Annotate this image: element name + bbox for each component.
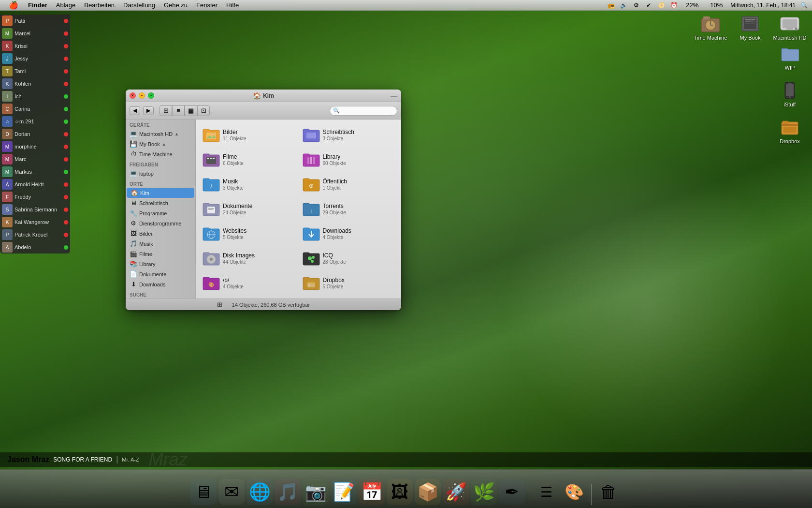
buddy-item[interactable]: K Kohlen: [0, 77, 70, 90]
scroll-arrow[interactable]: ▲: [162, 142, 166, 147]
menu-finder[interactable]: Finder: [24, 1, 51, 9]
folder-item-slash-b[interactable]: 🎨 /b/ 4 Objekte: [200, 272, 298, 295]
search-input[interactable]: [341, 108, 394, 114]
folder-item-websites[interactable]: Websites 5 Objekte: [200, 223, 298, 245]
sidebar-item-musik[interactable]: 🎵 Musik: [126, 239, 195, 249]
dock-item-wordpress[interactable]: 📝: [331, 479, 357, 505]
statusbar-grid-icon[interactable]: ⊞: [217, 301, 222, 308]
buddy-item[interactable]: F Freddy: [0, 191, 70, 203]
sidebar-item-laptop[interactable]: 💻 laptop: [126, 168, 195, 179]
folder-item-icq[interactable]: ICQ 28 Objekte: [300, 247, 398, 270]
buddy-item[interactable]: T Tami: [0, 65, 70, 77]
desktop-icon-wip[interactable]: WIP: [772, 44, 807, 71]
sidebar-item-macintosh-hd[interactable]: 💻 Macintosh HD ▲: [126, 129, 195, 139]
dock-item-rocket[interactable]: 🚀: [443, 479, 469, 505]
buddy-item[interactable]: A Arnold Heidt: [0, 178, 70, 191]
dock-item-box[interactable]: 📦: [415, 479, 441, 505]
folder-item-schreibtisch[interactable]: Schreibtisch 3 Objekte: [300, 123, 398, 146]
window-collapse-btn[interactable]: —: [391, 92, 397, 100]
buddy-item[interactable]: K Krissi: [0, 40, 70, 52]
sidebar-label-musik: Musik: [139, 241, 153, 247]
desktop-icon-istuff[interactable]: iStuff: [772, 80, 807, 107]
desktop-icon-macintosh-hd[interactable]: Macintosh HD: [772, 14, 807, 41]
dock-icon-menu: ☰: [533, 479, 559, 505]
sidebar-item-kim[interactable]: 🏠 Kim: [127, 188, 194, 198]
menu-bearbeiten[interactable]: Bearbeiten: [80, 1, 118, 9]
folder-item-dropbox[interactable]: Dropbox 5 Objekte: [300, 272, 398, 295]
sidebar-item-bilder[interactable]: 🖼 Bilder: [126, 228, 195, 239]
close-button[interactable]: ✕: [130, 92, 136, 99]
folder-item-dokumente[interactable]: Dokumente 24 Objekte: [200, 197, 298, 220]
menu-gehe-zu[interactable]: Gehe zu: [160, 1, 191, 9]
minimize-button[interactable]: −: [139, 92, 145, 99]
back-button[interactable]: ◀: [130, 106, 140, 115]
forward-button[interactable]: ▶: [143, 106, 154, 115]
desktop-icon-dropbox-right[interactable]: Dropbox: [772, 117, 807, 144]
folder-item-library[interactable]: Library 60 Objekte: [300, 148, 398, 171]
dock-item-pen[interactable]: ✒: [499, 479, 525, 505]
buddy-item[interactable]: M Marcel: [0, 27, 70, 40]
buddy-item[interactable]: J Jessy: [0, 52, 70, 65]
dock-item-safari[interactable]: 🌐: [246, 479, 273, 505]
buddy-item[interactable]: A Abdelo: [0, 241, 70, 254]
dock-item-iphoto[interactable]: 📷: [303, 479, 329, 505]
sidebar-item-my-book[interactable]: 💾 My Book ▲: [126, 139, 195, 149]
finder-body: GERÄTE 💻 Macintosh HD ▲ 💾 My Book ▲ ⏱ Ti…: [126, 120, 401, 299]
menu-ablage[interactable]: Ablage: [52, 1, 79, 9]
list-view-button[interactable]: ≡: [172, 105, 185, 116]
menu-hilfe[interactable]: Hilfe: [222, 1, 243, 9]
sidebar-item-dokumente[interactable]: 📄 Dokumente: [126, 269, 195, 279]
menubar-extra-4[interactable]: ✔: [644, 2, 653, 9]
buddy-item[interactable]: M morphine: [0, 140, 70, 153]
menubar-search-icon[interactable]: 🔍: [799, 2, 808, 9]
menu-darstellung[interactable]: Darstellung: [119, 1, 159, 9]
buddy-item[interactable]: I Ich: [0, 90, 70, 103]
scroll-arrow[interactable]: ▲: [174, 132, 179, 136]
folder-item-bilder[interactable]: Bilder 11 Objekte: [200, 123, 298, 146]
sidebar-item-library[interactable]: 📚 Library: [126, 259, 195, 269]
folder-item-musik[interactable]: ♪ Musik 3 Objekte: [200, 173, 298, 195]
sidebar-item-filme[interactable]: 🎬 Filme: [126, 249, 195, 259]
menubar-extra-2[interactable]: 🔊: [619, 2, 628, 9]
sidebar-item-schreibtisch[interactable]: 🖥 Schreibtisch: [126, 198, 195, 208]
buddy-item[interactable]: ☆ ☆m 291: [0, 115, 70, 128]
folder-item-disk-images[interactable]: Disk Images 44 Objekte: [200, 247, 298, 270]
buddy-item[interactable]: D Dorian: [0, 128, 70, 140]
dock-item-calendar[interactable]: 📅: [359, 479, 385, 505]
dock-item-photos[interactable]: 🖼: [387, 479, 413, 505]
folder-item-torrents[interactable]: ↓ Torrents 29 Objekte: [300, 197, 398, 220]
dock-item-itunes[interactable]: 🎵: [275, 479, 301, 505]
menubar-time-machine-icon[interactable]: ⏰: [669, 2, 678, 9]
buddy-item[interactable]: P Patti: [0, 15, 70, 27]
icon-view-button[interactable]: ⊞: [160, 105, 172, 116]
dock-item-finder[interactable]: 🖥: [190, 479, 217, 505]
sidebar-item-downloads[interactable]: ⬇ Downloads: [126, 279, 195, 289]
column-view-button[interactable]: ▦: [185, 105, 197, 116]
menu-fenster[interactable]: Fenster: [192, 1, 221, 9]
menubar-extra-1[interactable]: 📻: [607, 2, 615, 9]
buddy-item[interactable]: C Carina: [0, 103, 70, 115]
dock-item-leaf[interactable]: 🌿: [471, 479, 497, 505]
dock-item-mail[interactable]: ✉: [218, 479, 245, 505]
menubar-hd-icon[interactable]: 📀: [657, 2, 666, 9]
desktop-icon-time-machine[interactable]: Time Machine: [693, 14, 728, 41]
dock-item-trash[interactable]: 🗑: [595, 479, 622, 505]
buddy-item[interactable]: M Markus: [0, 165, 70, 178]
buddy-item[interactable]: M Marc: [0, 153, 70, 165]
buddy-item[interactable]: P Patrick Kreuel: [0, 228, 70, 241]
menubar-extra-3[interactable]: ⚙: [632, 2, 640, 9]
buddy-item[interactable]: K Kai Wangerow: [0, 216, 70, 228]
cover-flow-button[interactable]: ⊡: [197, 105, 210, 116]
desktop-icon-my-book[interactable]: My Book: [733, 14, 768, 41]
dock-item-theme[interactable]: 🎨: [561, 479, 587, 505]
maximize-button[interactable]: +: [148, 92, 154, 99]
dock-item-menu[interactable]: ☰: [533, 479, 559, 505]
sidebar-item-dienstprogramme[interactable]: ⚙ Dienstprogramme: [126, 218, 195, 228]
folder-item-oeffentlich[interactable]: ⊕ Öffentlich 1 Objekt: [300, 173, 398, 195]
apple-menu[interactable]: 🍎: [4, 0, 23, 10]
folder-item-filme[interactable]: Filme 6 Objekte: [200, 148, 298, 171]
folder-item-downloads[interactable]: Downloads 4 Objekte: [300, 223, 398, 245]
sidebar-item-programme[interactable]: 🔧 Programme: [126, 208, 195, 218]
sidebar-item-time-machine[interactable]: ⏱ Time Machine: [126, 149, 195, 159]
buddy-item[interactable]: S Sabrina Biermann: [0, 203, 70, 216]
